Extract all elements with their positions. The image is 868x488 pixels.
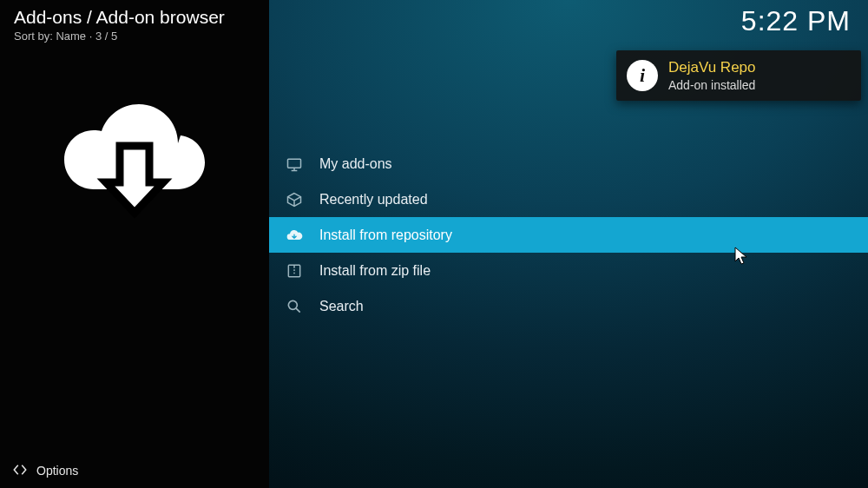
menu-item-my-addons[interactable]: My add-ons <box>269 146 868 181</box>
sidebar-hero-icon-wrap <box>0 46 269 453</box>
sort-prefix: Sort by: <box>14 30 53 43</box>
options-label: Options <box>36 464 78 478</box>
clock: 5:22 PM <box>741 5 851 37</box>
toast-body: DejaVu Repo Add-on installed <box>668 59 756 92</box>
list-position: 3 / 5 <box>95 30 117 43</box>
info-icon: i <box>627 60 658 91</box>
menu-item-install-zip[interactable]: Install from zip file <box>269 253 868 288</box>
svg-rect-0 <box>288 159 301 168</box>
menu-item-label: My add-ons <box>319 156 392 172</box>
breadcrumb: Add-ons / Add-on browser <box>14 7 255 28</box>
menu-item-install-repo[interactable]: Install from repository <box>269 217 868 253</box>
zip-icon <box>285 261 304 280</box>
menu-item-label: Search <box>319 299 364 314</box>
menu-item-label: Recently updated <box>319 192 428 208</box>
svg-point-2 <box>288 300 297 309</box>
cloud-download-hero-icon <box>61 98 208 232</box>
options-icon <box>12 462 28 480</box>
sort-sep: · <box>89 30 95 43</box>
sort-value[interactable]: Name <box>56 30 86 43</box>
menu-item-search[interactable]: Search <box>269 288 868 324</box>
sidebar: Add-ons / Add-on browser Sort by: Name ·… <box>0 0 269 488</box>
menu-item-recently-updated[interactable]: Recently updated <box>269 181 868 217</box>
menu-item-label: Install from repository <box>319 228 452 243</box>
box-icon <box>285 190 304 209</box>
sort-info: Sort by: Name · 3 / 5 <box>14 30 255 43</box>
screen-icon <box>285 155 304 174</box>
app-root: Add-ons / Add-on browser Sort by: Name ·… <box>0 0 868 488</box>
menu-item-label: Install from zip file <box>319 263 431 279</box>
sidebar-header: Add-ons / Add-on browser Sort by: Name ·… <box>0 0 269 46</box>
search-icon <box>285 297 304 316</box>
cloud-download-icon <box>285 226 304 245</box>
toast-message: Add-on installed <box>668 78 756 92</box>
main-panel: 5:22 PM My add-ons Recently updated <box>269 0 868 488</box>
menu-list: My add-ons Recently updated Install <box>269 146 868 324</box>
toast-title: DejaVu Repo <box>668 59 756 76</box>
options-button[interactable]: Options <box>0 453 269 488</box>
notification-toast: i DejaVu Repo Add-on installed <box>616 50 861 101</box>
